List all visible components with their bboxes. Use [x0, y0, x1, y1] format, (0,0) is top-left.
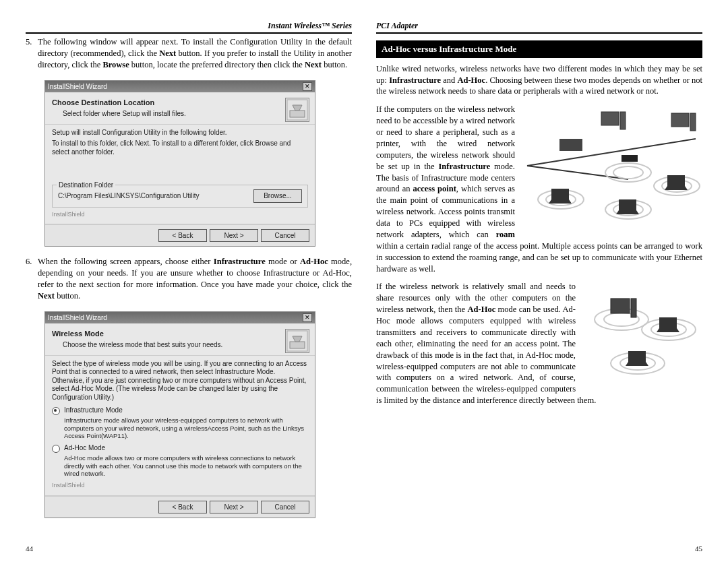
left-page: Instant Wireless™ Series 5. The followin…: [13, 20, 364, 549]
radio-icon[interactable]: [52, 407, 60, 415]
installshield-brand: InstallShield: [52, 210, 308, 218]
svg-rect-21: [619, 199, 636, 210]
kw-next: Next: [305, 60, 322, 69]
step-number: 6.: [26, 256, 38, 302]
dialog-line: To install to this folder, click Next. T…: [52, 139, 308, 156]
browse-button[interactable]: Browse...: [253, 189, 302, 203]
svg-line-4: [527, 139, 696, 166]
step-text: When the following screen appears, choos…: [38, 256, 352, 302]
page-header-right: PCI Adapter: [376, 20, 702, 34]
step-5: 5. The following window will appear next…: [26, 36, 352, 71]
svg-point-15: [613, 166, 643, 179]
close-icon[interactable]: ✕: [303, 313, 312, 322]
dialog-body: Choose Destination Location Select folde…: [45, 92, 315, 223]
svg-rect-31: [659, 317, 677, 328]
paragraph: If the wireless network is relatively sm…: [376, 281, 702, 406]
t: button, locate the preferred directory t…: [129, 60, 305, 69]
back-button[interactable]: < Back: [158, 501, 207, 514]
kw-browse: Browse: [102, 60, 129, 69]
dialog-line: Select the type of wireless mode you wil…: [52, 360, 308, 402]
kw-adhoc: Ad-Hoc: [300, 257, 328, 266]
svg-rect-30: [631, 299, 636, 317]
dialog-subheading: Choose the wireless mode that best suits…: [63, 340, 308, 350]
svg-rect-1: [290, 111, 305, 117]
installer-icon: [285, 329, 309, 353]
page-header-left: Instant Wireless™ Series: [26, 20, 352, 34]
radio-desc: Infrastructure mode allows your wireless…: [64, 416, 308, 439]
paragraph: If the computers on the wireless network…: [376, 104, 702, 274]
kw-infra: Infrastructure: [389, 75, 441, 85]
step-6: 6. When the following screen appears, ch…: [26, 256, 352, 302]
kw-next: Next: [159, 49, 176, 58]
kw-roam: roam: [496, 230, 515, 239]
kw-adhoc: Ad-Hoc: [468, 305, 496, 314]
t: mode can be used. Ad-Hoc mode allows com…: [376, 305, 596, 405]
radio-label: Infrastructure Mode: [64, 406, 123, 415]
dialog-footer: < Back Next > Cancel: [45, 224, 315, 247]
svg-rect-32: [628, 351, 646, 362]
kw-next: Next: [38, 291, 55, 301]
dialog-title: InstallShield Wizard: [48, 313, 107, 323]
infrastructure-diagram: [520, 105, 702, 226]
step-text: The following window will appear next. T…: [38, 36, 352, 71]
installshield-brand: InstallShield: [52, 481, 308, 489]
adhoc-diagram: [581, 282, 702, 383]
dialog-titlebar: InstallShield Wizard ✕: [45, 81, 315, 93]
dialog-destination: InstallShield Wizard ✕ Choose Destinatio…: [44, 80, 315, 247]
back-button[interactable]: < Back: [158, 229, 207, 243]
group-label: Destination Folder: [57, 181, 115, 190]
radio-label: Ad-Hoc Mode: [64, 443, 105, 453]
destination-folder-group: Destination Folder C:\Program Files\LINK…: [52, 185, 308, 208]
svg-rect-11: [621, 155, 638, 162]
page-number-left: 44: [26, 544, 33, 554]
svg-rect-20: [551, 189, 569, 199]
svg-rect-6: [601, 112, 619, 125]
next-button[interactable]: Next >: [210, 501, 258, 514]
dialog-title: InstallShield Wizard: [48, 82, 107, 92]
t: button.: [55, 291, 80, 301]
radio-icon[interactable]: [52, 445, 60, 453]
dialog-subheading: Select folder where Setup will install f…: [63, 109, 308, 119]
dialog-heading: Wireless Mode: [52, 329, 308, 339]
dialog-body: Wireless Mode Choose the wireless mode t…: [45, 323, 315, 495]
svg-rect-8: [671, 113, 689, 127]
kw-adhoc: Ad-Hoc: [457, 75, 485, 85]
paragraph: Unlike wired networks, wireless networks…: [376, 63, 702, 98]
svg-rect-29: [611, 299, 630, 313]
t: mode or: [266, 257, 300, 266]
close-icon[interactable]: ✕: [303, 82, 312, 91]
install-path: C:\Program Files\LINKSYS\Configuration U…: [58, 191, 200, 201]
svg-rect-10: [559, 139, 582, 151]
step-number: 5.: [26, 36, 38, 71]
dialog-line: Setup will install Configuration Utility…: [52, 129, 308, 137]
kw-accesspoint: access point: [413, 184, 456, 193]
next-button[interactable]: Next >: [210, 229, 258, 243]
radio-adhoc[interactable]: Ad-Hoc Mode: [52, 443, 308, 453]
section-heading: Ad-Hoc versus Infrastructure Mode: [376, 40, 702, 58]
dialog-wireless-mode: InstallShield Wizard ✕ Wireless Mode Cho…: [44, 311, 315, 518]
page-number-right: 45: [695, 544, 702, 554]
svg-rect-22: [667, 175, 685, 186]
kw-infra: Infrastructure: [214, 257, 266, 266]
t: within a certain radial range of the acc…: [376, 241, 702, 274]
cancel-button[interactable]: Cancel: [261, 501, 309, 514]
kw-infra: Infrastructure: [438, 162, 490, 171]
t: button.: [322, 60, 347, 69]
t: When the following screen appears, choos…: [38, 257, 214, 266]
t: and: [441, 75, 457, 85]
radio-infrastructure[interactable]: Infrastructure Mode: [52, 406, 308, 415]
dialog-heading: Choose Destination Location: [52, 98, 308, 108]
radio-desc: Ad-Hoc mode allows two or more computers…: [64, 454, 308, 477]
installer-icon: [285, 98, 309, 122]
svg-rect-7: [620, 112, 626, 129]
dialog-titlebar: InstallShield Wizard ✕: [45, 312, 315, 324]
right-page: PCI Adapter Ad-Hoc versus Infrastructure…: [364, 20, 715, 549]
dialog-footer: < Back Next > Cancel: [45, 495, 315, 518]
svg-rect-3: [290, 342, 305, 348]
cancel-button[interactable]: Cancel: [261, 229, 309, 243]
svg-rect-9: [690, 113, 696, 131]
